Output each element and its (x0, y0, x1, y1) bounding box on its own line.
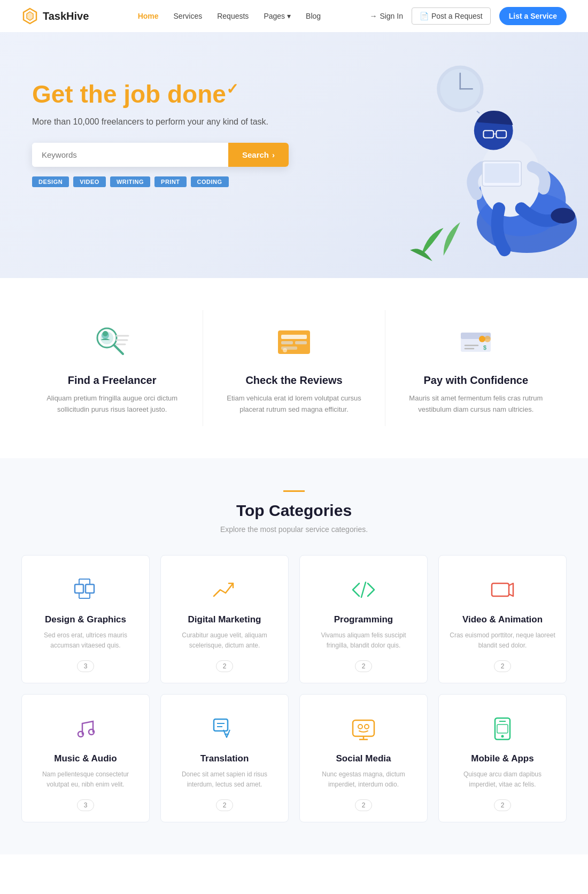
category-desc-5: Donec sit amet sapien id risus interdum,… (172, 769, 277, 790)
section-header: Top Categories Explore the most popular … (21, 490, 567, 534)
tag-writing[interactable]: WRITING (110, 176, 150, 187)
category-name-5: Translation (172, 753, 277, 764)
section-divider (283, 490, 305, 492)
svg-rect-27 (281, 341, 293, 344)
doc-icon: 📄 (420, 12, 429, 20)
translation-icon (210, 714, 239, 744)
search-button[interactable]: Search › (228, 143, 289, 167)
svg-point-55 (358, 725, 362, 729)
category-desc-7: Quisque arcu diam dapibus imperdiet, vit… (450, 769, 555, 790)
svg-point-34 (484, 336, 491, 342)
nav-pages[interactable]: Pages ▾ (264, 12, 291, 20)
category-card-7[interactable]: Mobile & Apps Quisque arcu diam dapibus … (438, 694, 567, 822)
category-count-5: 2 (216, 799, 234, 811)
programming-icon (349, 575, 378, 605)
section-title: Top Categories (21, 502, 567, 520)
category-desc-3: Cras euismod porttitor, neque laoreet bl… (450, 630, 555, 651)
tag-design[interactable]: DESIGN (32, 176, 69, 187)
feature-check-reviews: Check the Reviews Etiam vehicula erat id… (203, 310, 385, 426)
chevron-down-icon: ▾ (287, 12, 291, 20)
category-card-6[interactable]: Social Media Nunc egestas magna, dictum … (299, 694, 428, 822)
feature-title-0: Find a Freelancer (43, 374, 181, 387)
logo-text: TaskHive (43, 10, 89, 22)
search-input[interactable] (32, 143, 228, 167)
navbar: TaskHive Home Services Requests Pages ▾ … (0, 0, 588, 32)
category-name-6: Social Media (311, 753, 416, 764)
svg-point-30 (283, 348, 287, 352)
hero-title: Get the job done✓ (32, 80, 310, 109)
category-count-4: 3 (77, 799, 95, 811)
feature-title-1: Check the Reviews (225, 374, 363, 387)
svg-rect-38 (75, 584, 83, 593)
nav-services[interactable]: Services (174, 12, 203, 20)
feature-desc-1: Etiam vehicula erat id lorem volutpat cu… (225, 393, 363, 415)
feature-find-freelancer: Find a Freelancer Aliquam pretium fringi… (21, 310, 203, 426)
search-tags: DESIGN VIDEO WRITING PRINT CODING (32, 176, 310, 187)
svg-point-56 (365, 725, 369, 729)
svg-point-21 (103, 331, 108, 336)
category-name-3: Video & Animation (450, 614, 555, 625)
hero-content: Get the job done✓ More than 10,000 freel… (32, 64, 310, 187)
hero-svg (310, 44, 588, 278)
categories-grid: Design & Graphics Sed eros erat, ultrice… (21, 555, 567, 823)
tag-video[interactable]: VIDEO (73, 176, 106, 187)
list-service-button[interactable]: List a Service (499, 7, 567, 25)
category-name-0: Design & Graphics (33, 614, 138, 625)
svg-rect-26 (281, 335, 307, 339)
hero-subtitle: More than 10,000 freelancers to perform … (32, 117, 310, 127)
category-card-0[interactable]: Design & Graphics Sed eros erat, ultrice… (21, 555, 150, 683)
category-desc-2: Vivamus aliquam felis suscipit fringilla… (311, 630, 416, 651)
category-card-5[interactable]: Translation Donec sit amet sapien id ris… (160, 694, 289, 822)
category-name-2: Programming (311, 614, 416, 625)
categories-section: Top Categories Explore the most popular … (0, 458, 588, 855)
svg-rect-39 (86, 584, 94, 593)
sign-in-link[interactable]: → Sign In (369, 12, 403, 20)
logo[interactable]: TaskHive (21, 7, 89, 25)
feature-desc-2: Mauris sit amet fermentum felis cras rut… (407, 393, 545, 415)
category-count-1: 2 (216, 660, 234, 672)
category-count-7: 2 (494, 799, 512, 811)
video-animation-icon (488, 575, 517, 605)
hero-section: Get the job done✓ More than 10,000 freel… (0, 32, 588, 278)
category-desc-4: Nam pellentesque consectetur volutpat eu… (33, 769, 138, 790)
arrow-icon: › (272, 150, 275, 159)
tag-print[interactable]: PRINT (154, 176, 187, 187)
svg-line-20 (114, 345, 123, 354)
nav-requests[interactable]: Requests (217, 12, 249, 20)
category-card-2[interactable]: Programming Vivamus aliquam felis suscip… (299, 555, 428, 683)
svg-rect-47 (492, 583, 509, 596)
svg-rect-62 (497, 725, 508, 733)
feature-desc-0: Aliquam pretium fringilla augue orci dic… (43, 393, 181, 415)
nav-home[interactable]: Home (138, 12, 159, 20)
category-desc-6: Nunc egestas magna, dictum imperdiet, in… (311, 769, 416, 790)
social-media-icon (349, 714, 378, 744)
category-count-3: 2 (494, 660, 512, 672)
svg-text:$: $ (483, 344, 486, 351)
music-audio-icon (71, 714, 100, 744)
svg-point-61 (501, 735, 504, 737)
post-request-button[interactable]: 📄 Post a Request (412, 7, 491, 25)
category-count-2: 2 (355, 660, 373, 672)
pay-confidence-icon: $ (454, 321, 497, 364)
tag-coding[interactable]: CODING (191, 176, 229, 187)
svg-point-14 (551, 208, 575, 224)
category-card-3[interactable]: Video & Animation Cras euismod porttitor… (438, 555, 567, 683)
feature-title-2: Pay with Confidence (407, 374, 545, 387)
svg-rect-50 (214, 719, 228, 731)
nav-blog[interactable]: Blog (306, 12, 321, 20)
section-subtitle: Explore the most popular service categor… (21, 525, 567, 534)
category-card-4[interactable]: Music & Audio Nam pellentesque consectet… (21, 694, 150, 822)
signin-icon: → (369, 12, 377, 20)
svg-rect-28 (295, 341, 307, 344)
category-count-0: 3 (77, 660, 95, 672)
find-freelancer-icon (91, 321, 134, 364)
hero-illustration (310, 32, 588, 278)
mobile-apps-icon (488, 714, 517, 744)
svg-rect-16 (485, 164, 519, 183)
features-section: Find a Freelancer Aliquam pretium fringi… (0, 278, 588, 458)
category-card-1[interactable]: Digital Marketing Curabitur augue velit,… (160, 555, 289, 683)
category-desc-1: Curabitur augue velit, aliquam scelerisq… (172, 630, 277, 651)
svg-rect-54 (353, 720, 374, 736)
category-name-4: Music & Audio (33, 753, 138, 764)
check-reviews-icon (273, 321, 315, 364)
